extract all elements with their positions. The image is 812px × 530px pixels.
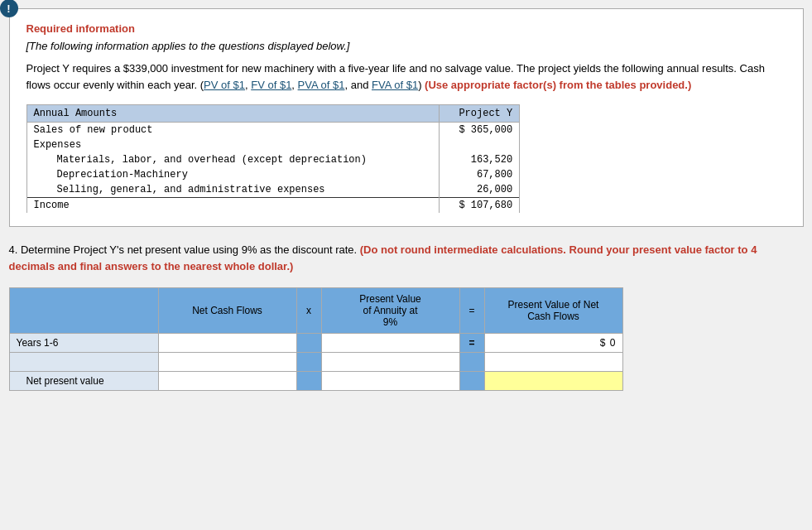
- row-value: 26,000: [439, 182, 519, 198]
- years-row: Years 1-6 = $ 0: [9, 334, 622, 353]
- header-pv-net: Present Value of Net Cash Flows: [484, 288, 622, 334]
- years-label: Years 1-6: [9, 334, 158, 353]
- table-row: Selling, general, and administrative exp…: [26, 182, 520, 198]
- row-value: 67,800: [439, 167, 519, 182]
- row-label: Depreciation-Machinery: [26, 167, 439, 182]
- fva-link[interactable]: FVA of $1: [372, 79, 418, 91]
- pv-annuity-input[interactable]: [329, 337, 453, 349]
- table-row: Materials, labor, and overhead (except d…: [26, 152, 520, 167]
- npv-label-cell: Net present value: [9, 372, 158, 391]
- row-label: Materials, labor, and overhead (except d…: [26, 152, 439, 167]
- npv-value-cell[interactable]: [484, 372, 622, 391]
- empty-label-cell: [9, 353, 158, 372]
- pv-link[interactable]: PV of $1: [204, 79, 245, 91]
- desc-comma2: ,: [291, 79, 297, 91]
- pv-net-result-cell: $ 0: [484, 334, 622, 353]
- empty-input-cell2[interactable]: [321, 353, 459, 372]
- pva-link[interactable]: PVA of $1: [298, 79, 345, 91]
- empty-input2[interactable]: [329, 356, 453, 368]
- pv-net-value: 0: [610, 337, 616, 349]
- empty-operator-cell: [296, 353, 321, 372]
- row-value: 163,520: [439, 152, 519, 167]
- empty-row: [9, 353, 622, 372]
- col-header-annual: Annual Amounts: [26, 105, 439, 123]
- italics-line: [The following information applies to th…: [26, 40, 786, 52]
- fv-link[interactable]: FV of $1: [251, 79, 291, 91]
- info-box: ! Required information [The following in…: [9, 8, 804, 227]
- question-text: 4. Determine Project Y's net present val…: [9, 242, 804, 274]
- desc-comma3: , and: [344, 79, 372, 91]
- net-cash-input[interactable]: [166, 337, 290, 349]
- row-label: Selling, general, and administrative exp…: [26, 182, 439, 198]
- empty-result-input[interactable]: [492, 356, 616, 368]
- desc-part2: ): [418, 79, 425, 91]
- info-icon: !: [0, 0, 18, 17]
- net-cash-input-cell[interactable]: [158, 334, 296, 353]
- npv-label: Net present value: [26, 375, 104, 387]
- table-row: Sales of new product $ 365,000: [26, 123, 520, 138]
- empty-result-cell[interactable]: [484, 353, 622, 372]
- npv-empty-operator: [296, 372, 321, 391]
- col-header-project-y: Project Y: [439, 105, 519, 123]
- header-equals-operator: =: [459, 288, 484, 334]
- question-number: 4.: [9, 243, 18, 256]
- row-value: $ 107,680: [439, 198, 519, 214]
- header-empty: [9, 288, 158, 334]
- table-row: Expenses: [26, 137, 520, 152]
- row-value: $ 365,000: [439, 123, 519, 138]
- empty-equals-cell: [459, 353, 484, 372]
- header-pv-annuity: Present Value of Annuity at 9%: [321, 288, 459, 334]
- annual-table: Annual Amounts Project Y Sales of new pr…: [26, 104, 521, 213]
- table-row: Depreciation-Machinery 67,800: [26, 167, 520, 182]
- dollar-sign: $: [600, 337, 606, 349]
- question-text1: Determine Project Y's net present value …: [17, 243, 359, 256]
- required-info-title: Required information: [26, 22, 786, 35]
- header-net-cash-flows: Net Cash Flows: [158, 288, 296, 334]
- x-operator-cell: [296, 334, 321, 353]
- header-x-operator: x: [296, 288, 321, 334]
- equals-operator-cell: =: [459, 334, 484, 353]
- npv-value-input[interactable]: [492, 375, 616, 387]
- row-label: Sales of new product: [26, 123, 439, 138]
- npv-empty-equals: [459, 372, 484, 391]
- npv-empty-cell2: [321, 372, 459, 391]
- page-container: ! Required information [The following in…: [9, 8, 804, 391]
- description-text: Project Y requires a $339,000 investment…: [26, 60, 786, 93]
- row-value: [439, 137, 519, 152]
- desc-bold: (Use appropriate factor(s) from the tabl…: [425, 79, 691, 91]
- npv-table-wrap: Net Cash Flows x Present Value of Annuit…: [9, 287, 804, 391]
- pv-annuity-input-cell[interactable]: [321, 334, 459, 353]
- table-row: Income $ 107,680: [26, 198, 520, 214]
- row-label: Expenses: [26, 137, 439, 152]
- npv-table: Net Cash Flows x Present Value of Annuit…: [9, 287, 623, 391]
- npv-empty-cell1: [158, 372, 296, 391]
- empty-input1[interactable]: [166, 356, 290, 368]
- row-label: Income: [26, 198, 439, 214]
- npv-row: Net present value: [9, 372, 622, 391]
- empty-input-cell1[interactable]: [158, 353, 296, 372]
